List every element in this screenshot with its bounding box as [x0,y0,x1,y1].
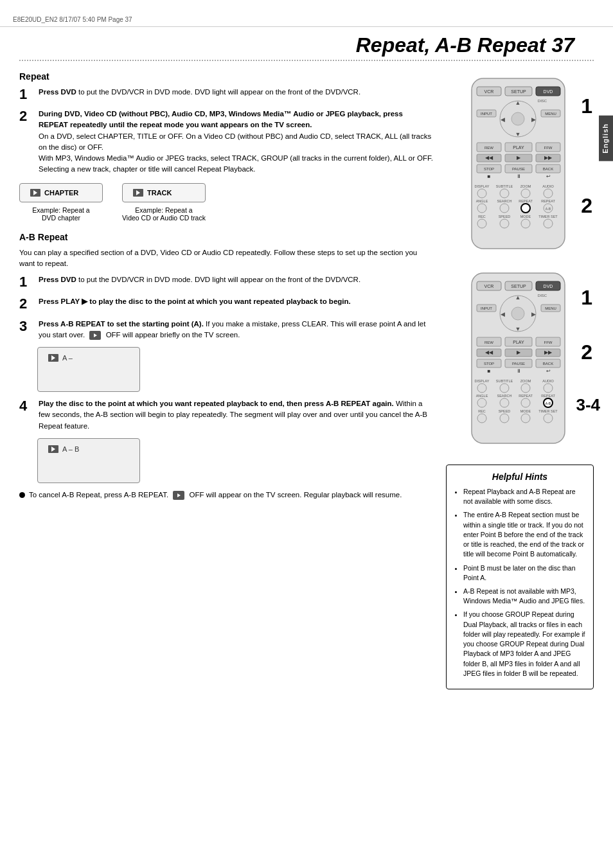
svg-text:▲: ▲ [515,100,521,106]
ab-step-number-3: 3 [19,319,33,334]
ab-step-4: 4 Play the disc to the point at which yo… [19,398,433,432]
svg-text:PLAY: PLAY [513,145,524,150]
step-number-2: 2 [19,109,33,124]
svg-text:FFW: FFW [544,146,553,150]
remote-diagram-1: VCR SETUP DVD DISC INPUT [459,75,581,257]
svg-text:▶▶: ▶▶ [544,350,553,355]
two-column-layout: Repeat 1 Press DVD to put the DVD/VCR in… [19,69,594,689]
ab-step-3-screen: A – [37,347,140,392]
file-info: E8E20UD_EN2 8/17/07 5:40 PM Page 37 [13,16,132,23]
svg-text:INPUT: INPUT [481,306,492,310]
ab-screen-3-content: A – [48,354,73,362]
off-tri-2 [177,493,181,497]
svg-text:REPEAT: REPEAT [541,394,555,398]
screen-examples: CHAPTER Example: Repeat a DVD chapter [19,183,433,222]
svg-point-117 [521,398,530,407]
svg-point-45 [521,189,530,198]
hint-item-4: A-B Repeat is not available with MP3, Wi… [463,587,585,606]
svg-text:FFW: FFW [544,341,553,344]
ab-step-1: 1 Press DVD to put the DVD/VCR in DVD mo… [19,274,433,290]
ab-step-3-text: Press A-B REPEAT to set the starting poi… [39,319,433,341]
svg-point-110 [544,384,553,393]
svg-text:MENU: MENU [545,306,556,310]
ab-step-number-4: 4 [19,398,33,414]
svg-text:DISC: DISC [538,99,547,103]
ab-screen-text-4: A – B [62,445,79,453]
sidebar-language-tab: English [599,116,613,161]
ab-step-1-text: Press DVD to put the DVD/VCR in DVD mode… [39,274,360,285]
ab-step-2-bold: Press PLAY ▶ to play the disc to the poi… [39,297,351,305]
remote2-step34-badge: 3-4 [576,395,600,415]
svg-point-54 [477,204,486,213]
ab-screen-text-3: A – [62,354,73,362]
cancel-text: To cancel A-B Repeat, press A-B REPEAT. … [29,490,402,500]
svg-text:REPEAT: REPEAT [519,394,533,398]
svg-text:PAUSE: PAUSE [512,167,525,171]
svg-text:◀: ◀ [501,116,505,123]
svg-text:VCR: VCR [484,89,494,94]
svg-text:◀: ◀ [501,311,505,317]
svg-text:DISPLAY: DISPLAY [475,184,490,188]
svg-text:ANGLE: ANGLE [476,199,488,203]
svg-text:DVD: DVD [544,89,553,94]
hints-list: Repeat Playback and A-B Repeat are not a… [454,487,585,678]
repeat-section-header: Repeat [19,71,433,82]
svg-text:TIMER SET: TIMER SET [538,409,558,413]
play-tri-3 [51,355,55,360]
svg-text:■: ■ [488,368,491,374]
ab-screen-icon-3 [48,354,58,362]
svg-text:↩: ↩ [546,368,551,374]
repeat-step-1-bold: Press DVD [39,88,76,96]
svg-point-73 [511,307,524,320]
svg-text:DISC: DISC [538,294,547,297]
svg-text:▶: ▶ [517,350,521,355]
play-tri-4 [51,447,55,452]
chapter-caption: Example: Repeat a DVD chapter [32,206,89,222]
track-screen-icon [133,189,143,197]
repeat-step-1: 1 Press DVD to put the DVD/VCR in DVD mo… [19,87,433,102]
ab-step-2-text: Press PLAY ▶ to play the disc to the poi… [39,296,351,307]
hint-item-5: If you choose GROUP Repeat during Dual P… [463,610,585,678]
svg-text:▶: ▶ [531,116,536,123]
svg-text:DVD: DVD [544,284,553,288]
svg-text:SEARCH: SEARCH [497,394,512,398]
svg-text:MODE: MODE [520,409,531,413]
ab-step-2: 2 Press PLAY ▶ to play the disc to the p… [19,296,433,312]
svg-text:▶: ▶ [531,311,536,317]
remote1-step2-badge: 2 [581,194,592,218]
page-container: E8E20UD_EN2 8/17/07 5:40 PM Page 37 Engl… [0,0,613,868]
svg-text:ZOOM: ZOOM [520,379,531,383]
ab-step-number-1: 1 [19,274,33,290]
svg-text:▶: ▶ [517,155,521,161]
page-title: Repeat, A-B Repeat 37 [19,33,594,57]
svg-text:▲: ▲ [515,294,521,301]
svg-point-116 [500,398,509,407]
ab-step-1-bold: Press DVD [39,276,76,283]
svg-text:BACK: BACK [543,362,553,366]
dotted-divider [19,60,594,61]
svg-point-125 [500,414,509,423]
ab-step-3: 3 Press A-B REPEAT to set the starting p… [19,319,433,341]
remote-diagram-2: VCR SETUP DVD DISC INPUT MENU ▲ [459,270,581,452]
svg-text:SETUP: SETUP [511,284,526,288]
svg-text:◀◀: ◀◀ [485,155,493,161]
svg-text:▼: ▼ [515,131,521,137]
svg-text:STOP: STOP [484,167,494,171]
ab-step-number-2: 2 [19,296,33,312]
ab-step-4-bold: Play the disc to the point at which you … [39,400,394,407]
repeat-step-2: 2 During DVD, Video CD (without PBC), Au… [19,109,433,175]
svg-text:REC: REC [478,215,486,218]
svg-text:DISPLAY: DISPLAY [475,379,490,383]
svg-point-115 [477,398,486,407]
ab-screen-4-content: A – B [48,445,79,453]
svg-point-108 [500,384,509,393]
svg-text:MENU: MENU [545,112,556,116]
svg-text:◀◀: ◀◀ [485,350,493,355]
svg-text:SUBTITLE: SUBTITLE [496,379,513,383]
meta-line: E8E20UD_EN2 8/17/07 5:40 PM Page 37 [0,13,613,27]
svg-text:↩: ↩ [546,173,551,179]
svg-text:REPEAT: REPEAT [519,199,533,203]
off-tri-1 [94,333,97,337]
ab-step-3-bold: Press A-B REPEAT to set the starting poi… [39,320,204,328]
svg-point-60 [477,219,486,228]
